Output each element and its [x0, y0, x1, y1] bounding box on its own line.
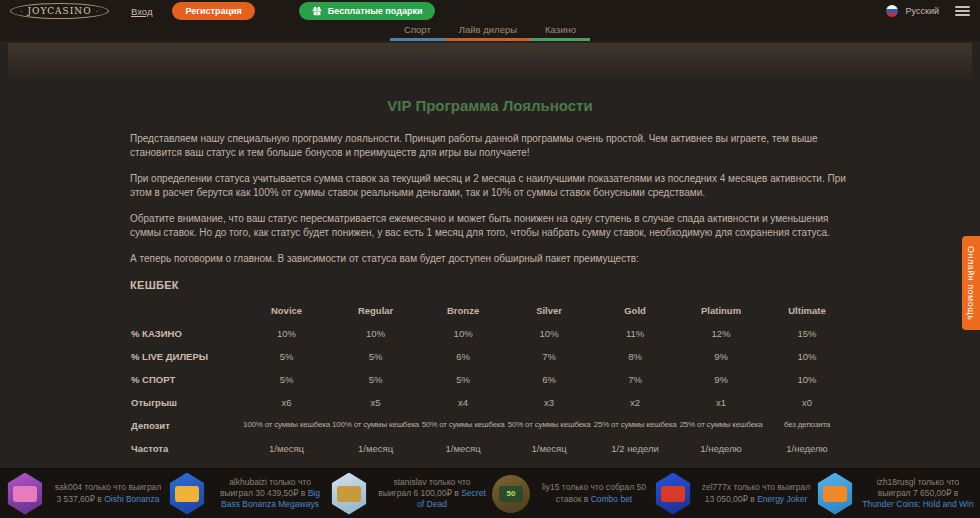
winner-message: sak004 только что выиграл 3 537,60₽ в Oi… [52, 482, 164, 504]
table-cell: 5% [242, 345, 331, 368]
intro-paragraph-2: При определении статуса учитывается сумм… [130, 172, 850, 199]
row-label: % LIVE ДИЛЕРЫ [130, 345, 242, 368]
game-logo [661, 486, 685, 502]
table-cell: 1/неделю [678, 437, 764, 460]
winner-game-link[interactable]: Oishi Bonanza [104, 494, 159, 504]
winner-list-item: alkhubaizi только что выиграл 30 439,50₽… [168, 473, 326, 515]
tab-sport[interactable]: Спорт [390, 22, 445, 41]
table-cell: 10% [764, 345, 850, 368]
table-cell: x1 [678, 391, 764, 414]
table-cell: 5% [331, 368, 420, 391]
column-header: Platinum [678, 299, 764, 322]
row-label: % СПОРТ [130, 368, 242, 391]
table-cell: без депозита [764, 414, 850, 437]
table-cell: 15% [764, 322, 850, 345]
winner-message: izh18rusgl только что выиграл 7 650,00₽ … [862, 477, 974, 510]
free-gifts-button[interactable]: Бесплатные подарки [299, 2, 436, 20]
table-cell: 6% [420, 345, 506, 368]
russian-flag-icon [886, 5, 898, 17]
column-header: Silver [506, 299, 592, 322]
row-label: % КАЗИНО [130, 322, 242, 345]
online-help-tab[interactable]: Онлайн помощь [962, 236, 980, 330]
page-title: VIP Программа Лояльности [130, 97, 850, 114]
winner-list-item: zel777x только что выиграл 13 050,00₽ в … [654, 473, 812, 515]
banner-strip [8, 43, 972, 79]
table-cell: 25% от суммы кешбека [678, 414, 764, 437]
tab-live-dealers[interactable]: Лайв дилеры [445, 22, 531, 41]
table-corner [130, 299, 242, 322]
row-label: Депозит [130, 414, 242, 437]
table-cell: 11% [592, 322, 678, 345]
row-label: Отыгрыш [130, 391, 242, 414]
column-header: Ultimate [764, 299, 850, 322]
oishi-bonanza-slot-icon [6, 473, 44, 515]
game-logo [823, 486, 847, 502]
table-cell: 1/месяц [331, 437, 420, 460]
table-cell: 100% от суммы кешбека [331, 414, 420, 437]
energy-joker-slot-icon [654, 473, 692, 515]
table-cell: 8% [592, 345, 678, 368]
hamburger-menu-icon[interactable] [955, 4, 970, 18]
winner-message: liy15 только что собрал 50 ставок в Comb… [538, 482, 650, 504]
game-logo [337, 486, 361, 502]
table-cell: 25% от суммы кешбека [592, 414, 678, 437]
winner-message: zel777x только что выиграл 13 050,00₽ в … [700, 482, 812, 504]
free-gifts-label: Бесплатные подарки [328, 6, 423, 16]
game-logo [13, 486, 37, 502]
column-header: Regular [331, 299, 420, 322]
top-bar: · JOYCASINO · Вход Регистрация Бесплатны… [0, 0, 980, 22]
joycasino-logo[interactable]: · JOYCASINO · [10, 3, 109, 19]
thunder-coins-hold-and-win-slot-icon [816, 473, 854, 515]
table-cell: 12% [678, 322, 764, 345]
table-cell: x4 [420, 391, 506, 414]
table-cell: 10% [242, 322, 331, 345]
table-cell: 10% [420, 322, 506, 345]
tab-casino[interactable]: Казино [531, 22, 590, 41]
table-cell: 7% [592, 368, 678, 391]
big-bass-bonanza-megaways-slot-icon [168, 473, 206, 515]
winner-list-item: stanislav только что выиграл 6 100,00₽ в… [330, 473, 488, 515]
language-selector[interactable]: Русский [906, 6, 939, 16]
table-cell: 50% от суммы кешбека [506, 414, 592, 437]
table-cell: x5 [331, 391, 420, 414]
table-cell: 1/неделю [764, 437, 850, 460]
table-cell: x3 [506, 391, 592, 414]
intro-paragraph-1: Представляем нашу специальную программу … [130, 132, 850, 159]
winner-message: alkhubaizi только что выиграл 30 439,50₽… [214, 477, 326, 510]
register-button[interactable]: Регистрация [172, 2, 254, 20]
table-cell: 1/2 недели [592, 437, 678, 460]
row-label: Частота [130, 437, 242, 460]
table-cell: 5% [420, 368, 506, 391]
table-cell: 10% [331, 322, 420, 345]
table-cell: 1/месяц [506, 437, 592, 460]
table-cell: 9% [678, 368, 764, 391]
logo-flourish-left: · [20, 7, 24, 16]
main-nav-tabs: Спорт Лайв дилеры Казино [0, 22, 980, 41]
intro-paragraph-4: А теперь поговорим о главном. В зависимо… [130, 252, 850, 266]
winner-game-link[interactable]: Combo bet [591, 494, 633, 504]
winner-text: alkhubaizi только что выиграл 30 439,50₽… [220, 477, 311, 498]
game-logo: 50 [499, 486, 523, 502]
game-logo [175, 486, 199, 502]
winner-message: stanislav только что выиграл 6 100,00₽ в… [376, 477, 488, 510]
gift-icon [312, 6, 322, 16]
winner-list-item: izh18rusgl только что выиграл 7 650,00₽ … [816, 473, 974, 515]
table-cell: 1/месяц [242, 437, 331, 460]
table-cell: 10% [506, 322, 592, 345]
winner-game-link[interactable]: Energy Joker [757, 494, 807, 504]
main-content: VIP Программа Лояльности Представляем на… [0, 79, 980, 518]
table-cell: 9% [678, 345, 764, 368]
table-cell: x0 [764, 391, 850, 414]
table-cell: 7% [506, 345, 592, 368]
topbar-right: Русский [886, 4, 970, 18]
combo-bet-badge-icon: 50 [492, 475, 530, 513]
logo-text: JOYCASINO [27, 6, 91, 16]
cashback-table: NoviceRegularBronzeSilverGoldPlatinumUlt… [130, 299, 850, 460]
column-header: Bronze [420, 299, 506, 322]
table-cell: 100% от суммы кешбека [242, 414, 331, 437]
login-link[interactable]: Вход [131, 6, 153, 17]
winner-game-link[interactable]: Thunder Coins: Hold and Win [862, 499, 974, 509]
table-cell: 50% от суммы кешбека [420, 414, 506, 437]
column-header: Novice [242, 299, 331, 322]
table-cell: 6% [506, 368, 592, 391]
